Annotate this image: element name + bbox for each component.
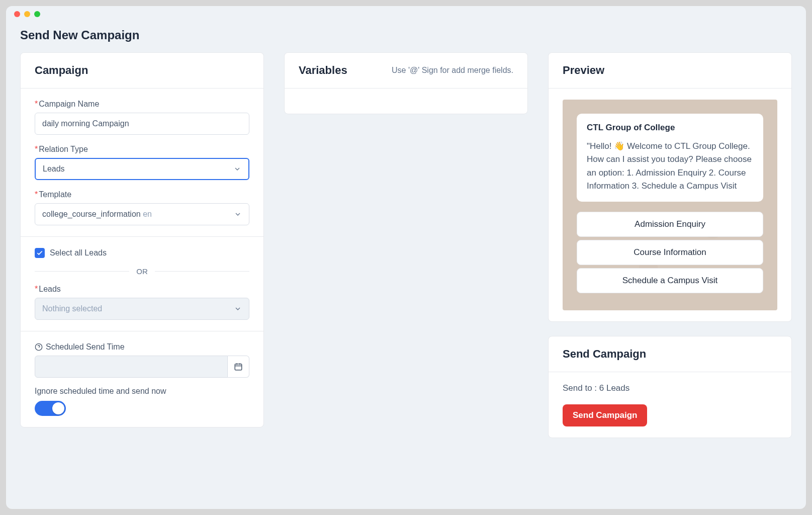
window-titlebar xyxy=(6,6,806,22)
variables-body xyxy=(285,89,527,114)
leads-select[interactable]: Nothing selected xyxy=(35,298,249,320)
preview-option-button: Schedule a Campus Visit xyxy=(577,268,763,293)
ignore-scheduled-toggle[interactable] xyxy=(35,401,66,416)
relation-type-label: *Relation Type xyxy=(35,145,249,154)
scheduled-send-time-input[interactable] xyxy=(35,356,228,378)
campaign-card-title: Campaign xyxy=(35,64,88,77)
relation-type-value: Leads xyxy=(43,164,65,174)
window-close-dot[interactable] xyxy=(14,11,20,17)
template-value: college_course_information en xyxy=(42,210,152,219)
leads-placeholder: Nothing selected xyxy=(42,304,102,313)
page-title: Send New Campaign xyxy=(20,28,792,42)
preview-message-bubble: CTL Group of College "Hello! 👋 Welcome t… xyxy=(577,114,763,202)
preview-card-title: Preview xyxy=(563,64,604,77)
chevron-down-icon xyxy=(234,305,242,313)
preview-bubble-text: "Hello! 👋 Welcome to CTL Group College. … xyxy=(587,140,753,193)
preview-card: Preview CTL Group of College "Hello! 👋 W… xyxy=(548,52,792,322)
calendar-button[interactable] xyxy=(228,356,249,378)
send-campaign-title: Send Campaign xyxy=(563,348,646,361)
send-campaign-card: Send Campaign Send to : 6 Leads Send Cam… xyxy=(548,336,792,438)
template-label: *Template xyxy=(35,190,249,199)
ignore-scheduled-label: Ignore scheduled time and send now xyxy=(35,387,249,396)
relation-type-select[interactable]: Leads xyxy=(35,158,249,180)
preview-chat-background: CTL Group of College "Hello! 👋 Welcome t… xyxy=(563,100,777,310)
help-icon xyxy=(35,343,43,351)
calendar-icon xyxy=(234,362,243,371)
window-maximize-dot[interactable] xyxy=(34,11,40,17)
campaign-card: Campaign *Campaign Name *Relation Type L… xyxy=(20,52,264,427)
select-all-leads-checkbox[interactable] xyxy=(35,248,45,258)
send-campaign-button[interactable]: Send Campaign xyxy=(563,404,647,426)
campaign-name-label: *Campaign Name xyxy=(35,100,249,109)
select-all-leads-label: Select all Leads xyxy=(50,248,107,258)
variables-hint: Use '@' Sign for add merge fields. xyxy=(392,66,513,75)
preview-option-button: Admission Enquiry xyxy=(577,212,763,237)
preview-option-button: Course Information xyxy=(577,240,763,265)
campaign-name-input[interactable] xyxy=(35,113,249,135)
variables-card: Variables Use '@' Sign for add merge fie… xyxy=(284,52,528,114)
variables-card-title: Variables xyxy=(299,64,347,77)
svg-rect-2 xyxy=(235,364,242,370)
scheduled-send-time-label: Scheduled Send Time xyxy=(46,342,125,352)
send-summary: Send to : 6 Leads xyxy=(563,383,777,393)
chevron-down-icon xyxy=(233,165,241,173)
or-separator: OR xyxy=(35,267,249,276)
window-minimize-dot[interactable] xyxy=(24,11,30,17)
chevron-down-icon xyxy=(234,210,242,218)
preview-bubble-title: CTL Group of College xyxy=(587,123,753,133)
template-select[interactable]: college_course_information en xyxy=(35,203,249,225)
leads-label: *Leads xyxy=(35,285,249,294)
